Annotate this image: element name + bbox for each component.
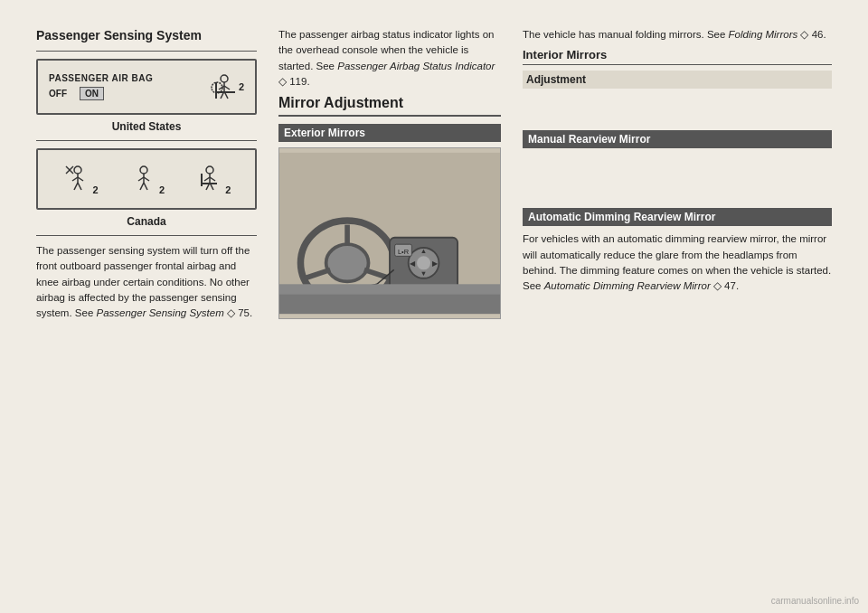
svg-point-33	[326, 244, 369, 281]
divider-1	[36, 51, 257, 52]
exterior-mirrors-bar: Exterior Mirrors	[278, 124, 501, 142]
adjustment-label: Adjustment	[523, 71, 832, 89]
canada-person-icon	[128, 163, 159, 195]
canada-box: 2 2	[36, 148, 257, 210]
airbag-us-box-inner: PASSENGER AIR BAG OFF ON	[49, 70, 244, 104]
svg-line-13	[74, 183, 78, 190]
folding-mirrors-text: The vehicle has manual folding mirrors. …	[523, 27, 832, 42]
svg-line-19	[138, 177, 144, 181]
svg-rect-7	[215, 82, 217, 99]
mid-column: The passenger airbag status indicator li…	[271, 27, 515, 595]
svg-line-26	[210, 177, 215, 181]
divider-2	[36, 140, 257, 141]
airbag-label-col: PASSENGER AIR BAG OFF ON	[49, 73, 153, 100]
svg-point-39	[417, 256, 430, 269]
svg-text:▼: ▼	[420, 269, 427, 278]
airbag-us-box: PASSENGER AIR BAG OFF ON	[36, 59, 257, 115]
svg-line-22	[144, 183, 147, 190]
svg-rect-30	[201, 174, 203, 186]
canada-caption: Canada	[36, 215, 257, 228]
canada-icon-2: 2	[128, 163, 165, 195]
svg-rect-48	[279, 293, 500, 314]
svg-text:▶: ▶	[432, 259, 439, 268]
passenger-sensing-body: The passenger sensing system will turn o…	[36, 243, 257, 321]
canada-num-2: 2	[159, 184, 165, 195]
airbag-switches: OFF ON	[49, 87, 153, 100]
left-column: Passenger Sensing System PASSENGER AIR B…	[36, 27, 271, 595]
canada-icon-1: 2	[62, 163, 99, 195]
airbag-indicator-text: The passenger airbag status indicator li…	[278, 27, 501, 90]
on-label: ON	[80, 87, 104, 100]
watermark: carmanualsonline.info	[771, 596, 859, 606]
passenger-sensing-heading: Passenger Sensing System	[36, 27, 257, 43]
svg-text:◀: ◀	[410, 259, 416, 268]
airbag-title: PASSENGER AIR BAG	[49, 73, 153, 83]
manual-rearview-label: Manual Rearview Mirror	[523, 130, 832, 148]
svg-line-14	[78, 183, 81, 190]
svg-line-3	[224, 86, 230, 90]
svg-point-9	[74, 166, 81, 174]
exterior-mirrors-image: ▲ ▼ ◀ ▶ L•R	[278, 147, 501, 319]
canada-icon-3: 2	[194, 163, 231, 195]
off-label: OFF	[49, 89, 67, 99]
airbag-person-icon	[203, 70, 237, 104]
mirror-adjustment-heading: Mirror Adjustment	[278, 95, 501, 117]
svg-line-2	[219, 86, 224, 90]
svg-rect-49	[279, 284, 500, 294]
svg-line-11	[72, 177, 78, 181]
svg-rect-29	[203, 183, 217, 184]
svg-text:▲: ▲	[420, 247, 427, 255]
svg-line-21	[140, 183, 144, 190]
spacer-1	[523, 94, 832, 130]
mirror-control-svg: ▲ ▼ ◀ ▶ L•R	[279, 148, 500, 318]
canada-person-x-icon	[62, 163, 93, 195]
right-column: The vehicle has manual folding mirrors. …	[515, 27, 832, 595]
svg-point-17	[140, 166, 147, 174]
page-container: Passenger Sensing System PASSENGER AIR B…	[0, 0, 868, 613]
spacer-2	[523, 154, 832, 208]
canada-person-seat-icon	[194, 163, 225, 195]
airbag-icon-area: 2	[203, 70, 244, 104]
canada-icons-row: 2 2	[47, 157, 246, 201]
auto-dimming-heading: Automatic Dimming Rearview Mirror	[523, 208, 832, 226]
canada-num-1: 2	[93, 184, 99, 195]
svg-line-25	[204, 177, 210, 181]
svg-line-20	[144, 177, 149, 181]
canada-num-3: 2	[225, 184, 231, 195]
svg-text:L•R: L•R	[398, 248, 410, 256]
svg-line-12	[78, 177, 83, 181]
svg-point-0	[221, 75, 228, 82]
airbag-number: 2	[239, 81, 244, 92]
divider-3	[36, 235, 257, 236]
auto-dimming-body-text: For vehicles with an automatic dimming r…	[523, 231, 832, 294]
us-caption: United States	[36, 120, 257, 133]
svg-point-23	[206, 166, 213, 174]
interior-mirrors-heading: Interior Mirrors	[523, 48, 832, 65]
